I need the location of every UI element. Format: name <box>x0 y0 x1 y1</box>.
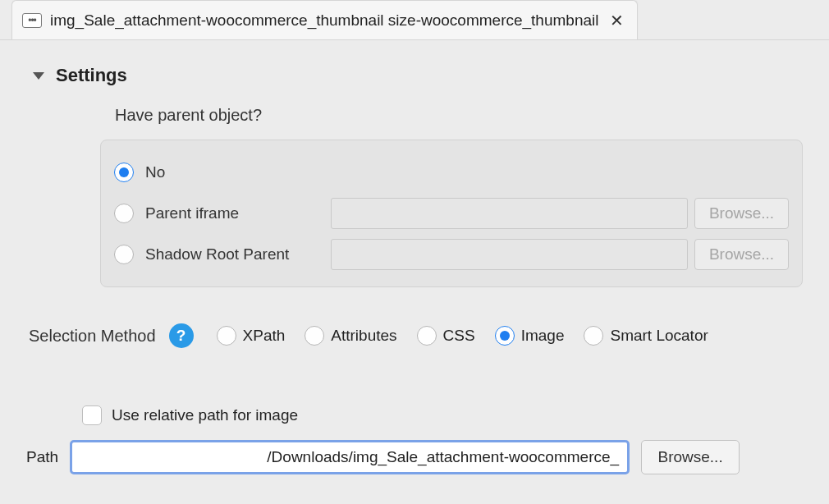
radio-xpath-label: XPath <box>243 327 286 345</box>
tab-item[interactable]: ••• img_Sale_attachment-woocommerce_thum… <box>11 0 638 39</box>
radio-css[interactable] <box>417 326 437 346</box>
selection-method-row: Selection Method ? XPath Attributes CSS … <box>0 287 829 348</box>
caret-down-icon <box>33 72 44 80</box>
path-label: Path <box>26 448 58 466</box>
panel-content: Settings Have parent object? No Parent i… <box>0 39 829 474</box>
radio-attributes-label: Attributes <box>331 327 396 345</box>
settings-header[interactable]: Settings <box>0 48 829 106</box>
parent-option-shadow-row: Shadow Root Parent Browse... <box>114 234 789 275</box>
radio-shadow-label: Shadow Root Parent <box>145 245 289 263</box>
selection-method-label: Selection Method <box>29 327 156 346</box>
browse-path-button[interactable]: Browse... <box>641 440 740 474</box>
method-option-css[interactable]: CSS <box>417 326 475 346</box>
help-icon[interactable]: ? <box>169 323 194 348</box>
parent-question-label: Have parent object? <box>0 106 829 125</box>
method-option-smart[interactable]: Smart Locator <box>584 326 708 346</box>
radio-smart-label: Smart Locator <box>610 327 708 345</box>
radio-css-label: CSS <box>443 327 475 345</box>
tab-bar: ••• img_Sale_attachment-woocommerce_thum… <box>11 0 638 41</box>
radio-attributes[interactable] <box>305 326 324 346</box>
radio-parent-iframe[interactable] <box>114 204 134 223</box>
radio-image-label: Image <box>521 327 565 345</box>
radio-xpath[interactable] <box>217 326 236 346</box>
parent-iframe-input[interactable] <box>331 198 688 229</box>
browse-iframe-button[interactable]: Browse... <box>694 198 789 229</box>
radio-no[interactable] <box>114 163 134 182</box>
path-row: Path /Downloads/img_Sale_attachment-wooc… <box>0 425 829 474</box>
radio-iframe-label: Parent iframe <box>145 204 239 222</box>
section-title: Settings <box>56 65 127 86</box>
parent-object-group: No Parent iframe Browse... Shadow Root P… <box>100 140 803 287</box>
tab-title: img_Sale_attachment-woocommerce_thumbnai… <box>50 11 598 30</box>
radio-smart-locator[interactable] <box>584 326 603 346</box>
relative-path-label: Use relative path for image <box>112 406 298 424</box>
path-input[interactable]: /Downloads/img_Sale_attachment-woocommer… <box>70 440 630 474</box>
parent-option-no-row: No <box>114 152 789 193</box>
relative-path-checkbox[interactable] <box>82 405 102 425</box>
radio-image[interactable] <box>495 326 515 346</box>
parent-option-iframe-row: Parent iframe Browse... <box>114 193 789 234</box>
settings-panel-root: ••• img_Sale_attachment-woocommerce_thum… <box>0 0 829 504</box>
close-icon[interactable]: ✕ <box>607 11 627 30</box>
method-option-image[interactable]: Image <box>495 326 565 346</box>
method-option-attributes[interactable]: Attributes <box>305 326 396 346</box>
radio-shadow-root[interactable] <box>114 245 134 264</box>
browse-shadow-button[interactable]: Browse... <box>694 239 789 270</box>
method-option-xpath[interactable]: XPath <box>217 326 286 346</box>
shadow-root-input[interactable] <box>331 239 688 270</box>
radio-no-label: No <box>145 163 165 181</box>
relative-path-row: Use relative path for image <box>0 348 829 425</box>
object-icon: ••• <box>22 13 42 28</box>
